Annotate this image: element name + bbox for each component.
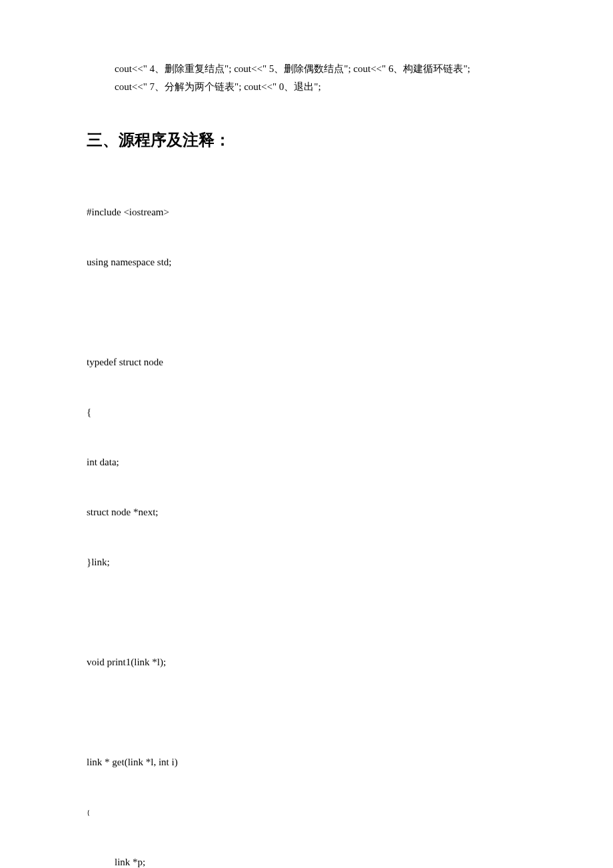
section-heading: 三、源程序及注释： (87, 129, 526, 151)
code-line: link * get(link *l, int i) (87, 754, 526, 771)
document-page: cout<<" 4、删除重复结点"; cout<<" 5、删除偶数结点"; co… (0, 0, 613, 868)
code-line: void print1(link *l); (87, 654, 526, 671)
code-line: int data; (87, 454, 526, 471)
code-line: { (87, 404, 526, 421)
code-line: link *p; (87, 854, 526, 868)
top-code-fragment: cout<<" 4、删除重复结点"; cout<<" 5、删除偶数结点"; co… (87, 60, 526, 96)
code-line: using namespace std; (87, 254, 526, 271)
code-line: typedef struct node (87, 354, 526, 371)
code-line: struct node *next; (87, 504, 526, 521)
top-line-2: cout<<" 7、分解为两个链表"; cout<<" 0、退出"; (115, 78, 526, 96)
top-line-1: cout<<" 4、删除重复结点"; cout<<" 5、删除偶数结点"; co… (115, 60, 526, 78)
blank-line (87, 704, 526, 721)
code-line: }link; (87, 554, 526, 571)
blank-line (87, 304, 526, 321)
brace-open: { (87, 804, 526, 821)
code-line: #include <iostream> (87, 204, 526, 221)
code-text: link *p; (87, 854, 145, 868)
source-code-block: #include <iostream> using namespace std;… (87, 171, 526, 868)
blank-line (87, 604, 526, 621)
